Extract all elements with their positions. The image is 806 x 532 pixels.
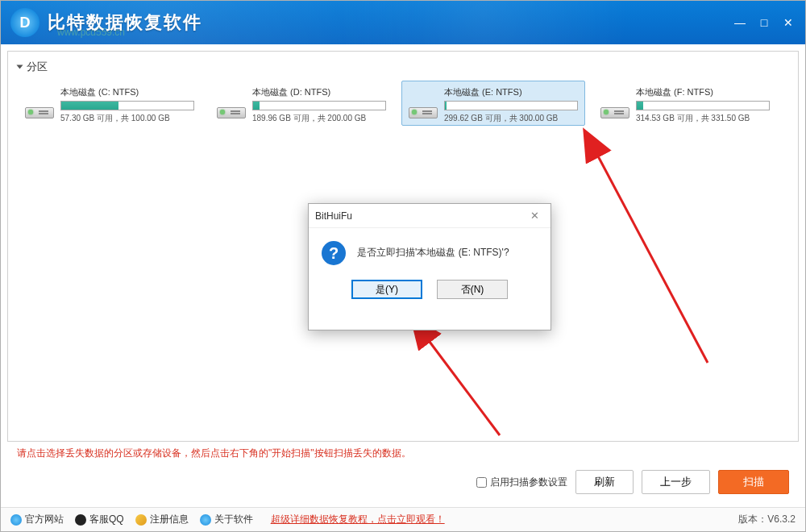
version-label: 版本：V6.3.2 [738,513,796,526]
close-button[interactable]: ✕ [776,13,800,32]
drive-name: 本地磁盘 (C: NTFS) [60,86,194,98]
app-logo-icon: D [10,8,39,37]
footer-bar: 官方网站 客服QQ 注册信息 关于软件 超级详细数据恢复教程，点击立即观看！ 版… [1,507,805,531]
drive-usage-bar [60,101,194,110]
title-bar: D 比特数据恢复软件 www.pcd559.cn — □ ✕ [1,1,805,44]
drive-item[interactable]: 本地磁盘 (C: NTFS)57.30 GB 可用，共 100.00 GB [18,81,202,126]
register-label: 注册信息 [150,513,189,526]
drive-item[interactable]: 本地磁盘 (E: NTFS)299.62 GB 可用，共 300.00 GB [401,81,585,126]
drive-usage-bar [252,101,386,110]
qq-icon [75,514,86,526]
drive-info: 本地磁盘 (F: NTFS)314.53 GB 可用，共 331.50 GB [636,86,770,120]
drive-item[interactable]: 本地磁盘 (D: NTFS)189.96 GB 可用，共 200.00 GB [210,81,393,126]
globe-icon [10,514,22,526]
question-icon: ? [322,241,346,265]
drive-stats: 189.96 GB 可用，共 200.00 GB [252,113,386,124]
tutorial-link[interactable]: 超级详细数据恢复教程，点击立即观看！ [271,513,445,526]
dialog-title-text: BitHuiFu [315,210,352,222]
drive-usage-bar [444,101,578,110]
drive-item[interactable]: 本地磁盘 (F: NTFS)314.53 GB 可用，共 331.50 GB [593,81,777,126]
dialog-body: ? 是否立即扫描'本地磁盘 (E: NTFS)'? [309,228,550,273]
enable-scan-params-checkbox[interactable]: 启用扫描参数设置 [476,476,567,489]
drive-name: 本地磁盘 (D: NTFS) [252,86,386,98]
previous-button[interactable]: 上一步 [642,470,710,494]
section-label: 分区 [27,60,48,74]
section-header[interactable]: 分区 [18,60,788,74]
window-controls: — □ ✕ [728,13,800,32]
drive-info: 本地磁盘 (C: NTFS)57.30 GB 可用，共 100.00 GB [60,86,194,120]
hard-drive-icon [600,89,629,118]
app-title: 比特数据恢复软件 [48,10,202,35]
info-icon [200,514,211,526]
dialog-no-button[interactable]: 否(N) [437,280,508,299]
about-label: 关于软件 [214,513,253,526]
official-site-label: 官方网站 [25,513,64,526]
official-site-link[interactable]: 官方网站 [10,513,64,526]
dialog-titlebar: BitHuiFu ✕ [309,204,550,228]
hard-drive-icon [409,89,438,118]
register-link[interactable]: 注册信息 [135,513,189,526]
drive-stats: 314.53 GB 可用，共 331.50 GB [636,113,770,124]
enable-scan-params-label: 启用扫描参数设置 [490,476,567,489]
qq-support-link[interactable]: 客服QQ [75,513,124,526]
drive-stats: 57.30 GB 可用，共 100.00 GB [60,113,194,124]
drive-stats: 299.62 GB 可用，共 300.00 GB [444,113,578,124]
hard-drive-icon [217,89,246,118]
key-icon [135,514,147,526]
maximize-button[interactable]: □ [752,13,776,32]
minimize-button[interactable]: — [728,13,752,32]
dialog-message: 是否立即扫描'本地磁盘 (E: NTFS)'? [357,241,509,265]
drives-list: 本地磁盘 (C: NTFS)57.30 GB 可用，共 100.00 GB本地磁… [18,81,788,126]
dialog-close-button[interactable]: ✕ [525,208,544,224]
refresh-button[interactable]: 刷新 [575,470,634,494]
dialog-yes-button[interactable]: 是(Y) [351,280,422,299]
hard-drive-icon [25,89,54,118]
drive-info: 本地磁盘 (E: NTFS)299.62 GB 可用，共 300.00 GB [444,86,578,120]
enable-scan-params-input[interactable] [476,477,487,488]
about-link[interactable]: 关于软件 [200,513,253,526]
drive-info: 本地磁盘 (D: NTFS)189.96 GB 可用，共 200.00 GB [252,86,386,120]
drive-name: 本地磁盘 (F: NTFS) [636,86,770,98]
instruction-text: 请点击选择丢失数据的分区或存储设备，然后点击右下角的"开始扫描"按钮扫描丢失的数… [7,442,799,465]
dialog-button-row: 是(Y) 否(N) [309,273,550,310]
expand-triangle-icon [17,65,23,69]
scan-button[interactable]: 扫描 [718,470,789,494]
confirm-scan-dialog: BitHuiFu ✕ ? 是否立即扫描'本地磁盘 (E: NTFS)'? 是(Y… [308,203,551,330]
drive-name: 本地磁盘 (E: NTFS) [444,86,578,98]
drive-usage-bar [636,101,770,110]
qq-support-label: 客服QQ [89,513,124,526]
bottom-toolbar: 启用扫描参数设置 刷新 上一步 扫描 [7,465,799,501]
